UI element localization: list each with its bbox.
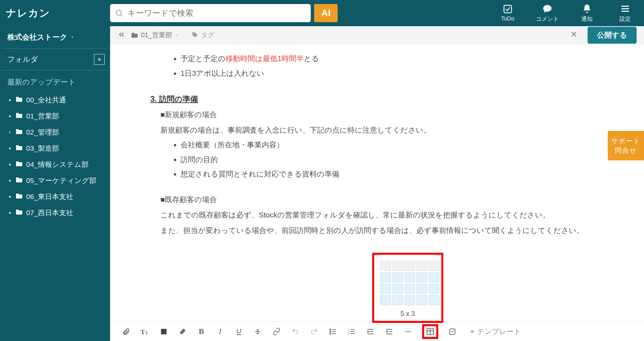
table-picker-cell[interactable] (429, 272, 439, 282)
sidebar-folder-item[interactable]: 05_マーケティング部 (0, 173, 110, 189)
bullet-icon (7, 212, 12, 214)
top-nav: ToDo コメント 通知 設定 (498, 4, 635, 23)
sidebar-folder-item[interactable]: 03_製造部 (0, 140, 110, 156)
table-picker-cell[interactable] (392, 295, 403, 305)
sidebar-folder-item[interactable]: 02_管理部 (0, 124, 110, 140)
search-box[interactable] (110, 4, 311, 22)
sidebar-folder-item[interactable]: 00_全社共通 (0, 92, 110, 108)
text-size-icon: TT (141, 327, 149, 336)
strikethrough-icon (254, 328, 262, 336)
publish-button[interactable]: 公開する (588, 27, 637, 44)
table-picker-cell[interactable] (429, 295, 439, 305)
table-picker-cell[interactable] (392, 284, 403, 294)
redo-button[interactable] (309, 327, 319, 336)
table-picker-cell[interactable] (392, 261, 403, 271)
indent-icon (366, 328, 375, 336)
close-button[interactable] (567, 29, 580, 41)
undo-button[interactable] (291, 327, 300, 336)
highlight-button[interactable] (178, 327, 187, 336)
folder-label: 05_マーケティング部 (26, 176, 96, 185)
italic-button[interactable]: I (215, 327, 225, 336)
sidebar-folder-item[interactable]: 06_東日本支社 (0, 189, 110, 205)
table-picker-cell[interactable] (380, 284, 391, 294)
horizontal-rule-button[interactable] (403, 327, 413, 336)
svg-point-17 (330, 333, 331, 334)
table-picker-cell[interactable] (404, 284, 415, 294)
numbered-list-icon: 123 (348, 328, 356, 336)
table-picker-cell[interactable] (404, 261, 415, 271)
search-input[interactable] (123, 8, 311, 18)
content-bullet: 会社概要（所在地・事業内容） (181, 138, 604, 152)
table-picker-cell[interactable] (429, 261, 439, 271)
outdent-button[interactable] (385, 327, 394, 336)
attach-button[interactable] (121, 327, 131, 336)
paragraph: これまでの既存顧客は必ず、Stockの営業管理フォルダを確認し、常に最新の状況を… (160, 208, 604, 222)
content-bullet: 予定と予定の移動時間は最低1時間半とる (181, 52, 604, 66)
table-button[interactable] (426, 327, 435, 336)
nav-settings-label: 設定 (620, 15, 631, 23)
table-picker-cell[interactable] (380, 295, 391, 305)
table-size-picker[interactable]: 5 x 3 (372, 253, 443, 323)
sidebar-folder-item[interactable]: 01_営業部 (0, 108, 110, 124)
paragraph: また、担当が変わっている場合や、前回訪問時と別の人が訪問する場合は、必ず事前情報… (160, 224, 604, 238)
sidebar-folder-item[interactable]: 07_西日本支社 (0, 205, 110, 221)
indent-button[interactable] (366, 327, 375, 336)
text-style-button[interactable]: TT (140, 327, 150, 336)
svg-point-15 (330, 329, 331, 330)
table-picker-cell[interactable] (404, 272, 415, 282)
updates-header[interactable]: 最新のアップデート (0, 72, 110, 91)
underline-button[interactable] (234, 327, 244, 336)
divider (2, 70, 108, 70)
bullet-icon (7, 164, 12, 165)
close-icon (570, 31, 578, 38)
divider (2, 48, 108, 49)
table-picker-cell[interactable] (416, 295, 427, 305)
nav-comment[interactable]: コメント (536, 4, 559, 23)
comment-icon (542, 4, 552, 14)
undo-icon (291, 328, 299, 336)
bullet-icon (7, 196, 12, 198)
table-picker-cell[interactable] (416, 284, 427, 294)
svg-text:3: 3 (348, 333, 349, 335)
table-picker-cell[interactable] (392, 272, 403, 282)
table-picker-cell[interactable] (416, 261, 427, 271)
folder-icon (15, 144, 23, 153)
double-chevron-left-icon (117, 31, 126, 39)
table-picker-cell[interactable] (429, 284, 439, 294)
link-button[interactable] (272, 327, 281, 336)
checkbox-button[interactable] (448, 327, 457, 336)
sidebar-folder-item[interactable]: 04_情報システム部 (0, 156, 110, 173)
nav-notify[interactable]: 通知 (577, 4, 597, 23)
template-label: テンプレート (477, 327, 521, 336)
bullet-list-button[interactable] (328, 327, 338, 336)
table-picker-cell[interactable] (380, 272, 391, 282)
svg-rect-2 (504, 5, 512, 13)
add-folder-button[interactable] (94, 54, 105, 65)
folder-icon (131, 32, 138, 39)
breadcrumb-folder[interactable]: 01_営業部 (131, 31, 180, 40)
template-button[interactable]: テンプレート (469, 327, 521, 336)
svg-text:1: 1 (348, 328, 349, 331)
support-tab[interactable]: サポート 問合せ (608, 131, 644, 160)
topbar: ナレカン AI ToDo コメント 通知 設定 (0, 0, 644, 26)
menu-icon (620, 4, 630, 14)
nav-todo-label: ToDo (501, 15, 514, 22)
numbered-list-button[interactable]: 123 (347, 327, 356, 336)
table-icon (426, 327, 435, 336)
content-bullet: 訪問の目的 (181, 153, 604, 167)
bold-button[interactable]: B (197, 327, 206, 336)
table-picker-cell[interactable] (380, 261, 391, 271)
checkbox-icon (448, 328, 456, 336)
strikethrough-button[interactable] (253, 327, 262, 336)
nav-todo[interactable]: ToDo (498, 4, 518, 22)
nav-settings[interactable]: 設定 (615, 4, 635, 23)
svg-text:T: T (145, 330, 148, 335)
organization-selector[interactable]: 株式会社ストーク (0, 26, 110, 46)
table-picker-cell[interactable] (404, 295, 415, 305)
table-picker-cell[interactable] (416, 272, 427, 282)
nav-comment-label: コメント (536, 15, 559, 23)
collapse-panel-button[interactable] (117, 31, 126, 40)
breadcrumb-tag[interactable]: タグ (191, 31, 214, 40)
color-button[interactable] (159, 327, 168, 336)
ai-button[interactable]: AI (314, 4, 338, 22)
